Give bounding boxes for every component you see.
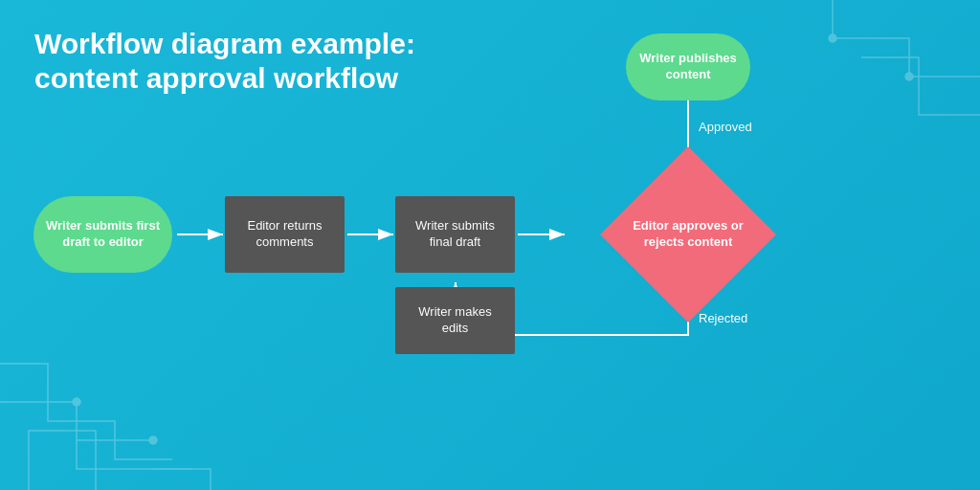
title-area: Workflow diagram example: content approv… — [34, 27, 415, 96]
node-step1: Editor returns comments — [225, 196, 345, 273]
node-end: Writer publishes content — [626, 33, 750, 100]
svg-point-2 — [905, 73, 913, 80]
arrows-svg — [29, 148, 961, 416]
rejected-label: Rejected — [699, 311, 747, 325]
title-line2: content approval workflow — [34, 61, 415, 96]
svg-point-1 — [149, 436, 157, 444]
diagram: Writer submits first draft to editor Edi… — [29, 148, 961, 416]
node-step2: Writer submits final draft — [395, 196, 515, 273]
approved-label: Approved — [699, 120, 752, 134]
node-decision: Editor approves or rejects content — [626, 172, 750, 297]
node-edit: Writer makes edits — [395, 287, 515, 354]
title-line1: Workflow diagram example: — [34, 27, 415, 61]
node-start: Writer submits first draft to editor — [33, 196, 172, 273]
